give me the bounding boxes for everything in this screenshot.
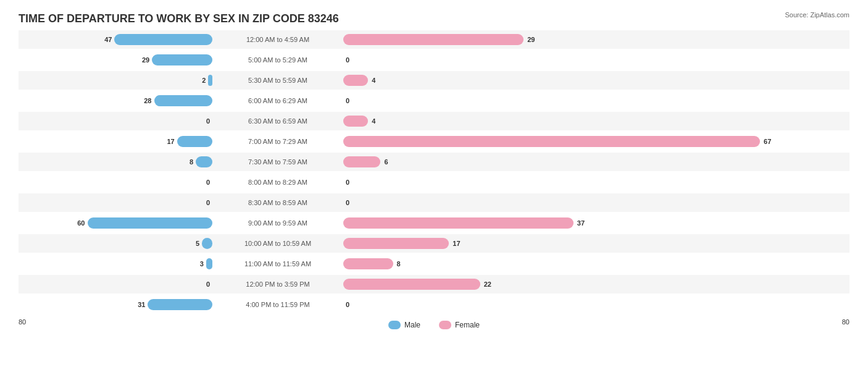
left-section: 0 (19, 193, 216, 212)
male-value: 8 (190, 158, 193, 166)
right-section: 67 (340, 132, 849, 151)
female-value: 6 (384, 158, 388, 166)
time-label: 11:00 AM to 11:59 AM (216, 260, 340, 268)
female-label: Female (455, 321, 480, 329)
female-value: 17 (453, 240, 460, 247)
bar-row: 08:00 AM to 8:29 AM0 (19, 173, 849, 192)
left-section: 0 (19, 112, 216, 130)
right-section: 4 (340, 71, 849, 90)
male-bar (148, 299, 212, 310)
male-bar (154, 95, 213, 106)
legend-female: Female (439, 321, 480, 329)
time-label: 9:00 AM to 9:59 AM (216, 219, 340, 227)
male-bar (196, 156, 212, 167)
bar-row: 012:00 PM to 3:59 PM22 (19, 275, 849, 293)
right-section: 0 (340, 295, 849, 314)
male-swatch (388, 321, 401, 329)
female-bar (343, 258, 393, 269)
female-value: 22 (484, 281, 491, 288)
bar-row: 06:30 AM to 6:59 AM4 (19, 112, 849, 130)
bar-row: 510:00 AM to 10:59 AM17 (19, 234, 849, 253)
female-bar (343, 217, 574, 229)
female-value: 0 (346, 97, 349, 104)
male-value: 47 (104, 36, 112, 43)
female-value: 0 (346, 199, 349, 206)
male-value: 3 (200, 260, 204, 268)
left-section: 5 (19, 234, 216, 253)
right-section: 0 (340, 51, 849, 69)
bar-row: 4712:00 AM to 4:59 AM29 (19, 30, 849, 49)
bar-row: 314:00 PM to 11:59 PM0 (19, 295, 849, 314)
male-bar (177, 136, 212, 147)
male-value: 60 (77, 219, 85, 227)
time-label: 10:00 AM to 10:59 AM (216, 240, 340, 247)
bar-row: 177:00 AM to 7:29 AM67 (19, 132, 849, 151)
left-section: 3 (19, 255, 216, 273)
female-value: 0 (346, 301, 349, 308)
left-section: 0 (19, 275, 216, 293)
male-value: 5 (196, 240, 199, 247)
female-bar (343, 136, 760, 147)
bar-row: 286:00 AM to 6:29 AM0 (19, 91, 849, 110)
male-value: 28 (144, 97, 151, 104)
time-label: 12:00 AM to 4:59 AM (216, 36, 340, 43)
male-value: 0 (206, 179, 210, 186)
male-value: 0 (206, 117, 210, 125)
legend-male: Male (388, 321, 420, 329)
legend: Male Female (388, 321, 480, 329)
female-bar (343, 279, 480, 290)
female-value: 4 (372, 77, 375, 84)
chart-area: 4712:00 AM to 4:59 AM29295:00 AM to 5:29… (19, 30, 849, 317)
axis-left-label: 80 (19, 318, 26, 329)
female-bar (343, 116, 368, 127)
bar-row: 311:00 AM to 11:59 AM8 (19, 255, 849, 273)
chart-title: TIME OF DEPARTURE TO WORK BY SEX IN ZIP … (19, 12, 849, 25)
left-section: 29 (19, 51, 216, 69)
male-value: 29 (142, 56, 149, 64)
female-value: 37 (577, 219, 585, 227)
male-value: 0 (206, 199, 210, 206)
right-section: 22 (340, 275, 849, 293)
right-section: 0 (340, 173, 849, 192)
female-value: 4 (372, 117, 375, 125)
female-bar (343, 75, 368, 86)
female-value: 0 (346, 56, 349, 64)
male-bar (208, 75, 212, 86)
right-section: 6 (340, 153, 849, 171)
male-bar (202, 238, 212, 249)
right-section: 17 (340, 234, 849, 253)
left-section: 47 (19, 30, 216, 49)
time-label: 7:00 AM to 7:29 AM (216, 138, 340, 145)
male-bar (114, 34, 212, 45)
male-value: 17 (167, 138, 174, 145)
time-label: 6:30 AM to 6:59 AM (216, 117, 340, 125)
time-label: 4:00 PM to 11:59 PM (216, 301, 340, 308)
male-bar (88, 217, 213, 229)
male-value: 2 (202, 77, 206, 84)
time-label: 7:30 AM to 7:59 AM (216, 158, 340, 166)
female-bar (343, 34, 524, 45)
bar-row: 87:30 AM to 7:59 AM6 (19, 153, 849, 171)
female-value: 8 (397, 260, 401, 268)
chart-source: Source: ZipAtlas.com (785, 11, 849, 19)
time-label: 6:00 AM to 6:29 AM (216, 97, 340, 104)
female-value: 29 (527, 36, 535, 43)
bar-row: 08:30 AM to 8:59 AM0 (19, 193, 849, 212)
female-value: 67 (764, 138, 771, 145)
left-section: 0 (19, 173, 216, 192)
male-bar (152, 54, 212, 65)
left-section: 31 (19, 295, 216, 314)
right-section: 0 (340, 91, 849, 110)
right-section: 29 (340, 30, 849, 49)
axis-right-label: 80 (842, 318, 849, 329)
time-label: 5:30 AM to 5:59 AM (216, 77, 340, 84)
bar-row: 25:30 AM to 5:59 AM4 (19, 71, 849, 90)
right-section: 37 (340, 214, 849, 232)
male-label: Male (404, 321, 420, 329)
time-label: 12:00 PM to 3:59 PM (216, 281, 340, 288)
time-label: 5:00 AM to 5:29 AM (216, 56, 340, 64)
time-label: 8:30 AM to 8:59 AM (216, 199, 340, 206)
male-value: 31 (138, 301, 145, 308)
left-section: 2 (19, 71, 216, 90)
right-section: 4 (340, 112, 849, 130)
